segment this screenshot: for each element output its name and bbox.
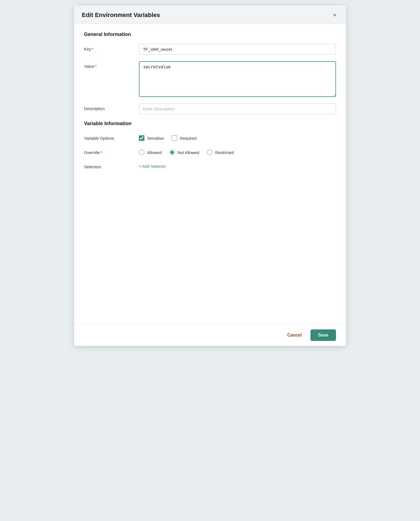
sensitive-checkbox[interactable] (139, 135, 144, 141)
override-restricted-radio[interactable] (207, 150, 212, 155)
override-not-allowed-radio[interactable] (169, 150, 175, 155)
required-checkbox[interactable] (172, 135, 177, 141)
general-information-section: General Information Key* Value* Descript… (84, 32, 336, 114)
cancel-button[interactable]: Cancel (283, 330, 306, 340)
key-row: Key* (84, 44, 336, 55)
selectors-label: Selectors (84, 162, 139, 169)
edit-environment-variables-modal: Edit Environment Variables × General Inf… (74, 5, 346, 346)
variable-options-row: Variable Options Sensitive Required (84, 133, 336, 141)
override-allowed-label: Allowed (147, 150, 162, 155)
override-radio-group: Allowed Not Allowed Restricted (139, 147, 234, 155)
value-label: Value* (84, 61, 139, 69)
variable-information-section: Variable Information Variable Options Se… (84, 121, 336, 169)
variable-options-label: Variable Options (84, 133, 139, 141)
description-input[interactable] (139, 103, 336, 114)
override-not-allowed-item[interactable]: Not Allowed (169, 150, 199, 155)
override-label: Override* (84, 147, 139, 155)
override-restricted-item[interactable]: Restricted (207, 150, 234, 155)
value-row: Value* (84, 61, 336, 97)
modal-title: Edit Environment Variables (82, 12, 160, 19)
general-information-title: General Information (84, 32, 336, 37)
modal-header: Edit Environment Variables × (74, 5, 346, 24)
override-not-allowed-label: Not Allowed (178, 150, 199, 155)
override-row: Override* Allowed Not Allowed Restricted (84, 147, 336, 155)
variable-options-checkboxes: Sensitive Required (139, 133, 197, 141)
override-allowed-radio[interactable] (139, 150, 144, 155)
save-button[interactable]: Save (310, 329, 336, 341)
override-restricted-label: Restricted (215, 150, 234, 155)
sensitive-checkbox-item[interactable]: Sensitive (139, 135, 164, 141)
description-row: Description (84, 103, 336, 114)
key-label: Key* (84, 44, 139, 51)
key-input[interactable] (139, 44, 336, 55)
add-selector-button[interactable]: + Add Selector (139, 162, 166, 169)
required-label: Required (180, 136, 197, 141)
selectors-row: Selectors + Add Selector (84, 162, 336, 169)
sensitive-label: Sensitive (147, 136, 164, 141)
override-allowed-item[interactable]: Allowed (139, 150, 162, 155)
modal-footer: Cancel Save (74, 324, 346, 346)
required-checkbox-item[interactable]: Required (172, 135, 197, 141)
close-button[interactable]: × (331, 12, 338, 19)
value-input[interactable] (139, 61, 336, 97)
variable-information-title: Variable Information (84, 121, 336, 127)
description-label: Description (84, 103, 139, 111)
modal-body: General Information Key* Value* Descript… (74, 24, 346, 324)
